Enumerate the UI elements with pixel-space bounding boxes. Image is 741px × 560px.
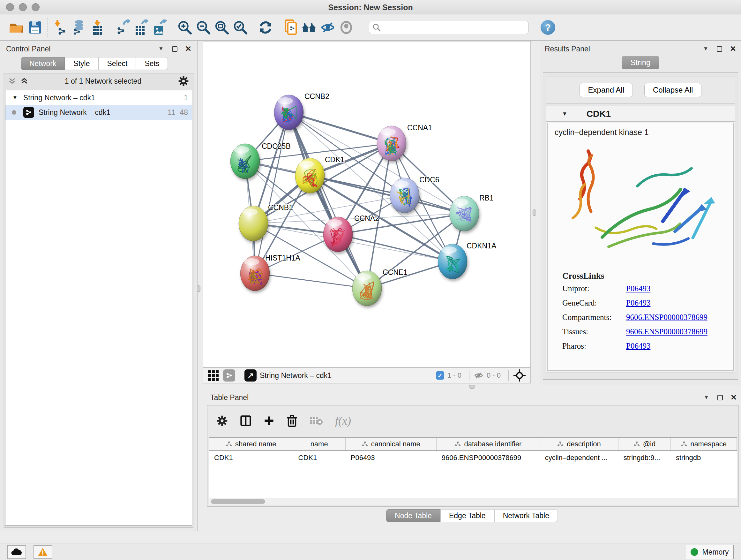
help-button[interactable]: ?: [541, 20, 555, 35]
table-horizontal-scrollbar[interactable]: [209, 498, 737, 505]
expand-all-icon[interactable]: [20, 77, 28, 85]
cloud-status-button[interactable]: [7, 545, 26, 559]
panel-float-icon[interactable]: [717, 46, 722, 52]
refresh-icon[interactable]: [256, 18, 275, 37]
scrollbar-thumb[interactable]: [211, 499, 265, 504]
column-header-shared-name[interactable]: shared name: [209, 438, 293, 450]
export-image-icon[interactable]: [150, 18, 169, 37]
column-header-name[interactable]: name: [293, 438, 346, 450]
table-cell[interactable]: P06493: [346, 451, 436, 465]
function-builder-icon[interactable]: f(x): [335, 414, 351, 428]
network-share-icon[interactable]: [223, 369, 235, 381]
panel-float-icon[interactable]: [718, 395, 723, 400]
network-node-cdk1[interactable]: [295, 158, 325, 193]
panel-close-icon[interactable]: ✕: [731, 393, 737, 402]
save-session-button[interactable]: [26, 18, 44, 37]
panel-menu-icon[interactable]: ▼: [158, 46, 164, 52]
panel-menu-icon[interactable]: ▼: [704, 394, 709, 401]
crosslink-link[interactable]: P06493: [626, 284, 650, 293]
network-row[interactable]: String Network – cdk1 11 48: [5, 105, 192, 120]
tab-network[interactable]: Network: [21, 57, 65, 70]
zoom-in-icon[interactable]: [176, 18, 194, 37]
table-cell[interactable]: CDK1: [293, 451, 346, 465]
delete-table-icon[interactable]: [310, 416, 323, 426]
network-node-ccnb2[interactable]: [274, 95, 304, 130]
zoom-out-icon[interactable]: [194, 18, 212, 37]
open-in-window-icon[interactable]: ↗: [245, 369, 257, 381]
show-all-icon[interactable]: [337, 18, 355, 37]
zoom-selected-icon[interactable]: [231, 18, 250, 37]
network-node-cdc25b[interactable]: [230, 144, 260, 179]
crosslink-link[interactable]: 9606.ENSP00000378699: [626, 313, 708, 322]
memory-button[interactable]: Memory: [686, 545, 734, 559]
delete-column-trash-icon[interactable]: [286, 415, 297, 427]
hide-selected-icon[interactable]: [319, 18, 337, 37]
network-edge[interactable]: [289, 112, 367, 288]
network-edge[interactable]: [255, 273, 367, 288]
import-table-icon[interactable]: [88, 18, 107, 37]
network-options-gear-icon[interactable]: [178, 76, 189, 86]
network-node-ccna1[interactable]: [377, 126, 406, 161]
table-cell[interactable]: CDK1: [209, 451, 293, 465]
network-edge[interactable]: [289, 112, 392, 143]
gene-collapse-icon[interactable]: ▼: [562, 111, 567, 117]
column-header-description[interactable]: description: [540, 438, 618, 450]
network-node-ccne1[interactable]: [352, 271, 382, 306]
table-options-gear-icon[interactable]: [216, 415, 228, 427]
network-collection-row[interactable]: ▼ String Network – cdk1 1: [5, 90, 192, 105]
panel-float-icon[interactable]: [172, 46, 178, 52]
left-splitter-handle[interactable]: [197, 286, 200, 292]
import-network-icon[interactable]: [51, 18, 70, 37]
first-neighbors-icon[interactable]: [281, 18, 300, 37]
tab-string[interactable]: String: [622, 56, 659, 69]
create-column-plus-icon[interactable]: [264, 415, 274, 426]
birds-eye-view-icon[interactable]: [208, 370, 219, 381]
network-node-ccna2[interactable]: [323, 217, 353, 252]
collection-expand-icon[interactable]: ▼: [12, 95, 17, 101]
table-cell[interactable]: 9606.ENSP00000378699: [436, 451, 540, 465]
export-network-icon[interactable]: [113, 18, 132, 37]
search-input[interactable]: [381, 23, 521, 32]
network-node-cdc6[interactable]: [390, 178, 419, 213]
bottom-splitter-handle[interactable]: [469, 385, 475, 388]
tab-select[interactable]: Select: [98, 57, 136, 70]
column-header-namespace[interactable]: namespace: [671, 438, 737, 450]
table-cell[interactable]: stringdb: [671, 451, 737, 465]
warning-status-button[interactable]: [33, 545, 52, 559]
home-icon[interactable]: [300, 18, 319, 37]
panel-close-icon[interactable]: ✕: [185, 44, 192, 53]
column-header-database-identifier[interactable]: database identifier: [436, 438, 540, 450]
table-cell[interactable]: cyclin–dependent ...: [540, 451, 618, 465]
network-node-rb1[interactable]: [450, 196, 479, 231]
crosslink-link[interactable]: P06493: [626, 299, 650, 307]
open-session-button[interactable]: [7, 18, 26, 37]
hidden-eye-icon[interactable]: [474, 372, 483, 379]
show-columns-icon[interactable]: [240, 415, 252, 427]
tab-sets[interactable]: Sets: [136, 57, 168, 70]
export-table-icon[interactable]: [132, 18, 150, 37]
expand-all-button[interactable]: Expand All: [580, 83, 633, 97]
zoom-fit-icon[interactable]: [212, 18, 231, 37]
network-edge[interactable]: [255, 112, 289, 273]
collapse-all-icon[interactable]: [8, 77, 16, 85]
table-cell[interactable]: stringdb:9...: [618, 451, 671, 465]
import-database-icon[interactable]: [70, 18, 88, 37]
tab-network-table[interactable]: Network Table: [494, 509, 558, 522]
network-node-ccnb1[interactable]: [239, 206, 268, 241]
crosslink-link[interactable]: 9606.ENSP00000378699: [626, 327, 708, 336]
panel-close-icon[interactable]: ✕: [730, 44, 736, 53]
network-edge[interactable]: [310, 176, 464, 213]
fit-content-crosshair-icon[interactable]: [513, 369, 526, 382]
tab-edge-table[interactable]: Edge Table: [441, 509, 494, 522]
tab-node-table[interactable]: Node Table: [386, 509, 441, 522]
column-header-canonical-name[interactable]: canonical name: [346, 438, 436, 450]
selected-checkbox-icon[interactable]: ✓: [436, 371, 444, 380]
network-view-canvas[interactable]: CCNB2CCNA1CDC25BCDK1CDC6RB1CCNB1CCNA2CDK…: [203, 41, 531, 368]
tab-style[interactable]: Style: [65, 57, 98, 70]
collapse-all-button[interactable]: Collapse All: [644, 83, 701, 97]
column-header-id[interactable]: @id: [618, 438, 671, 450]
network-node-cdkn1a[interactable]: [438, 244, 467, 279]
crosslink-link[interactable]: P06493: [626, 341, 650, 351]
panel-menu-icon[interactable]: ▼: [703, 46, 709, 52]
right-splitter-handle[interactable]: [533, 209, 536, 216]
